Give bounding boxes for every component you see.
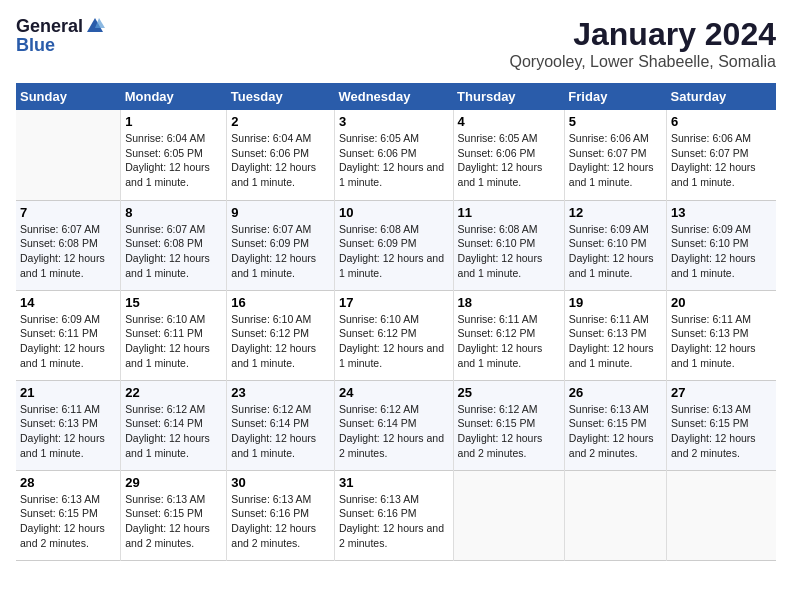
calendar-cell: 26Sunrise: 6:13 AMSunset: 6:15 PMDayligh… [564, 380, 666, 470]
calendar-cell: 20Sunrise: 6:11 AMSunset: 6:13 PMDayligh… [666, 290, 776, 380]
day-number: 14 [20, 295, 116, 310]
day-info: Sunrise: 6:09 AMSunset: 6:10 PMDaylight:… [569, 222, 662, 281]
calendar-cell: 9Sunrise: 6:07 AMSunset: 6:09 PMDaylight… [227, 200, 335, 290]
calendar-cell [564, 470, 666, 560]
day-info: Sunrise: 6:05 AMSunset: 6:06 PMDaylight:… [339, 131, 449, 190]
calendar-cell [16, 110, 121, 200]
day-number: 11 [458, 205, 560, 220]
day-info: Sunrise: 6:08 AMSunset: 6:09 PMDaylight:… [339, 222, 449, 281]
logo-blue-text: Blue [16, 36, 55, 54]
calendar-cell: 22Sunrise: 6:12 AMSunset: 6:14 PMDayligh… [121, 380, 227, 470]
day-info: Sunrise: 6:13 AMSunset: 6:16 PMDaylight:… [339, 492, 449, 551]
day-number: 22 [125, 385, 222, 400]
calendar-cell: 17Sunrise: 6:10 AMSunset: 6:12 PMDayligh… [334, 290, 453, 380]
day-number: 13 [671, 205, 772, 220]
day-number: 30 [231, 475, 330, 490]
day-info: Sunrise: 6:04 AMSunset: 6:06 PMDaylight:… [231, 131, 330, 190]
calendar-cell: 23Sunrise: 6:12 AMSunset: 6:14 PMDayligh… [227, 380, 335, 470]
calendar-cell: 5Sunrise: 6:06 AMSunset: 6:07 PMDaylight… [564, 110, 666, 200]
day-info: Sunrise: 6:06 AMSunset: 6:07 PMDaylight:… [569, 131, 662, 190]
calendar-cell [453, 470, 564, 560]
calendar-table: SundayMondayTuesdayWednesdayThursdayFrid… [16, 83, 776, 561]
day-number: 5 [569, 114, 662, 129]
day-info: Sunrise: 6:10 AMSunset: 6:12 PMDaylight:… [231, 312, 330, 371]
day-number: 6 [671, 114, 772, 129]
calendar-cell: 12Sunrise: 6:09 AMSunset: 6:10 PMDayligh… [564, 200, 666, 290]
calendar-body: 1Sunrise: 6:04 AMSunset: 6:05 PMDaylight… [16, 110, 776, 560]
day-info: Sunrise: 6:13 AMSunset: 6:16 PMDaylight:… [231, 492, 330, 551]
calendar-cell: 6Sunrise: 6:06 AMSunset: 6:07 PMDaylight… [666, 110, 776, 200]
calendar-cell [666, 470, 776, 560]
day-info: Sunrise: 6:09 AMSunset: 6:10 PMDaylight:… [671, 222, 772, 281]
calendar-cell: 18Sunrise: 6:11 AMSunset: 6:12 PMDayligh… [453, 290, 564, 380]
calendar-cell: 4Sunrise: 6:05 AMSunset: 6:06 PMDaylight… [453, 110, 564, 200]
day-number: 2 [231, 114, 330, 129]
day-info: Sunrise: 6:09 AMSunset: 6:11 PMDaylight:… [20, 312, 116, 371]
day-info: Sunrise: 6:06 AMSunset: 6:07 PMDaylight:… [671, 131, 772, 190]
calendar-cell: 30Sunrise: 6:13 AMSunset: 6:16 PMDayligh… [227, 470, 335, 560]
calendar-cell: 28Sunrise: 6:13 AMSunset: 6:15 PMDayligh… [16, 470, 121, 560]
day-info: Sunrise: 6:13 AMSunset: 6:15 PMDaylight:… [671, 402, 772, 461]
logo-icon [85, 16, 105, 36]
header-cell-monday: Monday [121, 83, 227, 110]
day-number: 16 [231, 295, 330, 310]
page-header: General Blue January 2024 Qoryooley, Low… [16, 16, 776, 71]
day-number: 27 [671, 385, 772, 400]
day-info: Sunrise: 6:10 AMSunset: 6:12 PMDaylight:… [339, 312, 449, 371]
day-info: Sunrise: 6:12 AMSunset: 6:14 PMDaylight:… [339, 402, 449, 461]
day-number: 7 [20, 205, 116, 220]
day-number: 25 [458, 385, 560, 400]
week-row-2: 7Sunrise: 6:07 AMSunset: 6:08 PMDaylight… [16, 200, 776, 290]
day-number: 8 [125, 205, 222, 220]
week-row-3: 14Sunrise: 6:09 AMSunset: 6:11 PMDayligh… [16, 290, 776, 380]
day-info: Sunrise: 6:04 AMSunset: 6:05 PMDaylight:… [125, 131, 222, 190]
day-number: 9 [231, 205, 330, 220]
day-info: Sunrise: 6:07 AMSunset: 6:09 PMDaylight:… [231, 222, 330, 281]
day-info: Sunrise: 6:05 AMSunset: 6:06 PMDaylight:… [458, 131, 560, 190]
day-number: 29 [125, 475, 222, 490]
day-number: 3 [339, 114, 449, 129]
header-cell-sunday: Sunday [16, 83, 121, 110]
calendar-cell: 7Sunrise: 6:07 AMSunset: 6:08 PMDaylight… [16, 200, 121, 290]
day-number: 28 [20, 475, 116, 490]
calendar-cell: 14Sunrise: 6:09 AMSunset: 6:11 PMDayligh… [16, 290, 121, 380]
calendar-cell: 29Sunrise: 6:13 AMSunset: 6:15 PMDayligh… [121, 470, 227, 560]
day-number: 18 [458, 295, 560, 310]
day-info: Sunrise: 6:07 AMSunset: 6:08 PMDaylight:… [20, 222, 116, 281]
day-info: Sunrise: 6:10 AMSunset: 6:11 PMDaylight:… [125, 312, 222, 371]
week-row-5: 28Sunrise: 6:13 AMSunset: 6:15 PMDayligh… [16, 470, 776, 560]
logo-general-text: General [16, 17, 83, 35]
week-row-1: 1Sunrise: 6:04 AMSunset: 6:05 PMDaylight… [16, 110, 776, 200]
calendar-cell: 25Sunrise: 6:12 AMSunset: 6:15 PMDayligh… [453, 380, 564, 470]
calendar-cell: 8Sunrise: 6:07 AMSunset: 6:08 PMDaylight… [121, 200, 227, 290]
calendar-cell: 31Sunrise: 6:13 AMSunset: 6:16 PMDayligh… [334, 470, 453, 560]
header-row: SundayMondayTuesdayWednesdayThursdayFrid… [16, 83, 776, 110]
day-number: 23 [231, 385, 330, 400]
calendar-cell: 13Sunrise: 6:09 AMSunset: 6:10 PMDayligh… [666, 200, 776, 290]
day-info: Sunrise: 6:07 AMSunset: 6:08 PMDaylight:… [125, 222, 222, 281]
header-cell-wednesday: Wednesday [334, 83, 453, 110]
week-row-4: 21Sunrise: 6:11 AMSunset: 6:13 PMDayligh… [16, 380, 776, 470]
calendar-cell: 10Sunrise: 6:08 AMSunset: 6:09 PMDayligh… [334, 200, 453, 290]
day-info: Sunrise: 6:13 AMSunset: 6:15 PMDaylight:… [125, 492, 222, 551]
day-info: Sunrise: 6:12 AMSunset: 6:15 PMDaylight:… [458, 402, 560, 461]
calendar-cell: 19Sunrise: 6:11 AMSunset: 6:13 PMDayligh… [564, 290, 666, 380]
day-number: 17 [339, 295, 449, 310]
day-info: Sunrise: 6:11 AMSunset: 6:12 PMDaylight:… [458, 312, 560, 371]
day-number: 31 [339, 475, 449, 490]
day-info: Sunrise: 6:12 AMSunset: 6:14 PMDaylight:… [231, 402, 330, 461]
day-info: Sunrise: 6:11 AMSunset: 6:13 PMDaylight:… [20, 402, 116, 461]
calendar-cell: 11Sunrise: 6:08 AMSunset: 6:10 PMDayligh… [453, 200, 564, 290]
day-number: 26 [569, 385, 662, 400]
calendar-cell: 1Sunrise: 6:04 AMSunset: 6:05 PMDaylight… [121, 110, 227, 200]
day-number: 4 [458, 114, 560, 129]
day-number: 20 [671, 295, 772, 310]
calendar-cell: 2Sunrise: 6:04 AMSunset: 6:06 PMDaylight… [227, 110, 335, 200]
day-number: 21 [20, 385, 116, 400]
day-info: Sunrise: 6:11 AMSunset: 6:13 PMDaylight:… [569, 312, 662, 371]
calendar-cell: 16Sunrise: 6:10 AMSunset: 6:12 PMDayligh… [227, 290, 335, 380]
day-number: 10 [339, 205, 449, 220]
day-info: Sunrise: 6:13 AMSunset: 6:15 PMDaylight:… [20, 492, 116, 551]
logo: General Blue [16, 16, 105, 54]
header-cell-friday: Friday [564, 83, 666, 110]
